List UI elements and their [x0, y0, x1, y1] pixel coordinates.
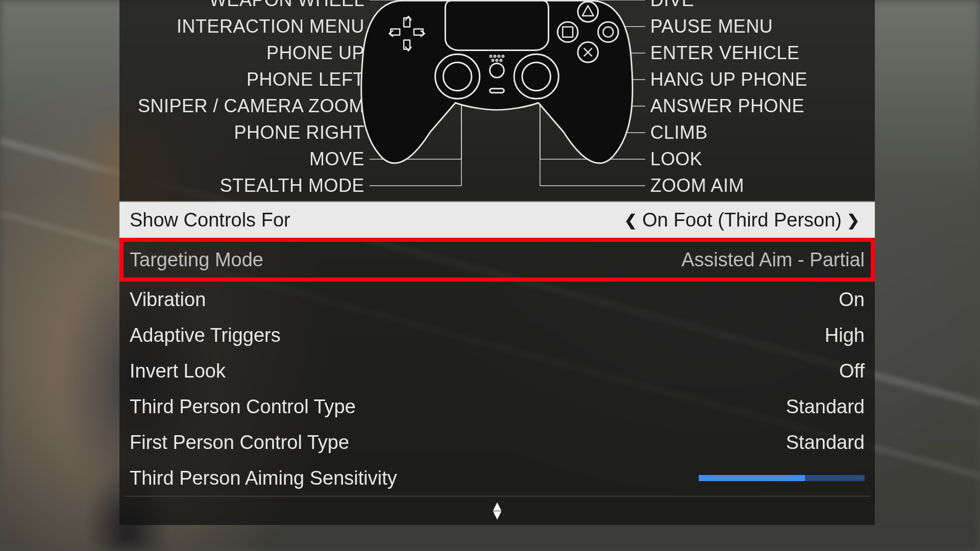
svg-point-42	[490, 63, 504, 78]
svg-point-49	[500, 59, 502, 61]
option-label: First Person Control Type	[130, 432, 349, 454]
option-label: Third Person Aiming Sensitivity	[130, 467, 397, 489]
option-row-third-person-control-type[interactable]: Third Person Control Type Standard	[119, 389, 875, 424]
option-row-third-person-aiming-sensitivity[interactable]: Third Person Aiming Sensitivity	[119, 460, 875, 496]
selector-prev-icon[interactable]: ❮	[619, 211, 642, 229]
sensitivity-slider-fill	[699, 475, 805, 481]
option-label: Third Person Control Type	[130, 396, 356, 418]
option-row-first-person-control-type[interactable]: First Person Control Type Standard	[119, 424, 875, 460]
svg-point-47	[492, 59, 494, 61]
svg-point-45	[498, 55, 500, 57]
scroll-chevron-icon: ▲▼	[490, 502, 504, 519]
show-controls-for-row[interactable]: Show Controls For ❮ On Foot (Third Perso…	[119, 202, 875, 238]
svg-point-48	[496, 59, 498, 61]
option-label: Vibration	[130, 289, 206, 311]
controller-map: WEAPON WHEEL INTERACTION MENU PHONE UP P…	[119, 0, 875, 202]
option-value: Off	[839, 360, 865, 382]
option-label: Invert Look	[130, 360, 226, 382]
targeting-mode-highlight: Targeting Mode Assisted Aim - Partial	[119, 238, 875, 282]
svg-rect-50	[490, 89, 504, 93]
option-row-vibration[interactable]: Vibration On	[119, 282, 875, 317]
controller-icon	[355, 0, 639, 170]
svg-point-33	[598, 22, 619, 42]
option-value: Standard	[786, 432, 865, 454]
svg-point-34	[557, 22, 578, 42]
option-value: Standard	[786, 396, 865, 418]
option-row-adaptive-triggers[interactable]: Adaptive Triggers High	[119, 317, 875, 353]
svg-point-43	[490, 55, 492, 57]
svg-point-41	[522, 62, 551, 91]
svg-point-46	[502, 55, 504, 57]
option-value: High	[825, 324, 865, 346]
show-controls-for-value: On Foot (Third Person)	[642, 209, 842, 231]
option-value: On	[839, 289, 865, 311]
option-row-targeting-mode[interactable]: Targeting Mode Assisted Aim - Partial	[124, 245, 871, 274]
scroll-indicator[interactable]: ▲▼	[119, 496, 875, 525]
svg-point-39	[443, 62, 472, 91]
option-label: Targeting Mode	[130, 249, 263, 271]
svg-point-44	[494, 55, 496, 57]
show-controls-for-label: Show Controls For	[130, 209, 290, 231]
settings-panel: WEAPON WHEEL INTERACTION MENU PHONE UP P…	[119, 0, 875, 525]
svg-point-32	[578, 2, 598, 22]
option-value: Assisted Aim - Partial	[681, 249, 865, 271]
option-label: Adaptive Triggers	[130, 324, 281, 346]
selector-next-icon[interactable]: ❯	[842, 211, 865, 229]
sensitivity-slider[interactable]	[699, 475, 865, 481]
option-row-invert-look[interactable]: Invert Look Off	[119, 353, 875, 389]
